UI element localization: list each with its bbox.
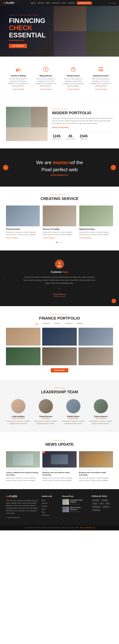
feature-1-link[interactable]: Continue Reading <box>12 88 24 90</box>
experience-number: 45 <box>66 134 75 138</box>
hero-domain: bootstrapmb.com <box>9 40 46 42</box>
tag-creative[interactable]: CREATIVE <box>92 509 100 511</box>
feature-2-link[interactable]: Continue Reading <box>40 88 52 90</box>
hero-cta-button[interactable]: GET STARTED <box>9 44 27 48</box>
portfolio-content: FINANCE NAME INSIDER PORTFOLIO Lorem ips… <box>52 108 113 140</box>
dot-1[interactable] <box>56 242 57 243</box>
twitter-icon[interactable]: t <box>110 2 110 4</box>
service-1-image <box>6 206 40 226</box>
footer-bottom: © 2016 BOOTSTRAPMB.COM ALL RIGHT RESERVE… <box>0 525 119 530</box>
answer-questions-link[interactable]: Answer All Questions <box>52 126 69 128</box>
nav-service[interactable]: SERVICE <box>38 2 44 4</box>
testimonial-prev[interactable]: ‹ <box>3 277 4 280</box>
google-icon[interactable]: g+ <box>114 2 116 4</box>
masters-line2: of the <box>71 160 83 165</box>
service-2-desc: Doing work for someone, a system supplyi… <box>43 231 76 236</box>
footer-link-services[interactable]: Services <box>42 502 59 504</box>
footer-post-1[interactable]: Creating Revamp Platform March 15, 2016 <box>62 499 88 505</box>
svg-rect-10 <box>101 69 102 71</box>
hero-label: FINANCE CONSULTING FIRMS <box>9 14 46 16</box>
footer-tags-title: POPULAR TAGS <box>92 495 113 497</box>
tag-agency[interactable]: AGENCY <box>102 506 110 508</box>
feature-2-desc: There are many variations of passages of… <box>35 78 56 87</box>
news-2-image: ▶ <box>42 451 76 468</box>
nav-cta-button[interactable]: CONNECT NOW <box>77 2 92 4</box>
tag-branding[interactable]: BRANDING <box>92 506 101 508</box>
svg-rect-3 <box>20 68 21 72</box>
news-title: NEWS UPDATE <box>6 442 113 447</box>
member-2-name: Tomas Ruccaro <box>34 416 58 418</box>
masters-section: ‹ We are mastersof the Pixel perfect web… <box>0 148 119 186</box>
prev-arrow[interactable]: ‹ <box>3 165 8 170</box>
svg-rect-0 <box>16 69 17 72</box>
member-2-avatar <box>38 399 53 414</box>
nav-about[interactable]: ABOUT <box>31 2 36 4</box>
member-1-name: Linda Hamilton <box>6 416 30 418</box>
footer-link-contact[interactable]: Contact Us <box>42 514 59 516</box>
team-member-4: Frank Anderson Lead Consultant Doing wor… <box>88 399 113 425</box>
filter-finance[interactable]: FINANCE <box>53 322 62 325</box>
nav-logo[interactable]: UnFLUEN <box>3 2 14 4</box>
show-more-button[interactable]: SHOW MORE <box>51 368 68 372</box>
portfolio-item-2[interactable] <box>42 328 77 346</box>
filter-all[interactable]: ALL <box>34 322 40 325</box>
footer-link-about[interactable]: About <box>42 499 59 501</box>
footer-post-2[interactable]: What The Typo Business? March 15, 2016 <box>62 506 88 512</box>
service-3-image <box>79 206 113 226</box>
team-member-1: Linda Hamilton Finance Consultant Doing … <box>6 399 30 425</box>
service-3-link[interactable]: Continue Reading <box>79 237 91 239</box>
facebook-icon[interactable]: f <box>108 2 109 4</box>
news-2-comments: 08 <box>60 469 61 470</box>
portfolio-item-5[interactable] <box>42 348 77 365</box>
filter-strategy[interactable]: STRATEGY <box>64 322 74 325</box>
tag-cms[interactable]: CMS <box>99 502 104 505</box>
feature-3-link[interactable]: Continue Reading <box>67 88 79 90</box>
dot-3[interactable] <box>60 242 61 243</box>
service-2-link[interactable]: Continue Reading <box>43 237 54 239</box>
feature-4-desc: There are many variations of passages of… <box>90 78 112 87</box>
copyright-link[interactable]: BOOTSTRAPMB.COM <box>80 527 95 528</box>
filter-business[interactable]: BUSINESS <box>41 322 51 325</box>
nav-blog[interactable]: BLOG <box>62 2 66 4</box>
portfolio-stats: 1245 Trusted Clients 45 Year Experience … <box>52 132 113 140</box>
tag-design[interactable]: DESIGN <box>101 499 108 502</box>
tags-container: GRAPHIC DESIGN LOGO CMS SEO BRANDING AGE… <box>92 499 113 511</box>
svg-rect-2 <box>19 69 20 72</box>
linkedin-icon[interactable]: in <box>112 2 113 4</box>
footer-logo[interactable]: UnFLUEN <box>6 495 38 498</box>
nav-page[interactable]: PAGE <box>46 2 50 4</box>
nav-social-links: f t in g+ <box>108 2 116 4</box>
portfolio-item-1[interactable] <box>6 328 40 346</box>
footer-link-portfolio[interactable]: Portfolio <box>42 505 59 507</box>
portfolio-item-3[interactable] <box>78 328 113 346</box>
news-1-desc: Doing work for someone, a system supplyi… <box>6 477 40 482</box>
feature-card-2: $ Making Money There are many variations… <box>34 64 58 92</box>
product-icon <box>70 66 77 73</box>
tag-logo[interactable]: LOGO <box>92 502 98 505</box>
feature-4-link[interactable]: Continue Reading <box>95 88 107 90</box>
news-1-category: Ed Admin <box>6 469 12 470</box>
tag-graphic[interactable]: GRAPHIC <box>92 499 100 502</box>
footer-link-team[interactable]: Team <box>42 508 59 510</box>
hero-line2: Check <box>9 24 32 32</box>
testimonial-next[interactable]: › <box>115 277 116 280</box>
dot-4[interactable] <box>62 242 63 243</box>
experience-label: Year Experience <box>66 138 75 140</box>
portfolio-item-6[interactable] <box>78 348 113 365</box>
nav-portfolio[interactable]: PORTFOLIO <box>52 2 60 4</box>
portfolio-item-4[interactable] <box>6 348 40 365</box>
next-arrow[interactable]: › <box>111 165 116 170</box>
news-1-date: March 2016 <box>14 469 21 470</box>
news-2-title: Breaking news and analysis media technol… <box>42 472 76 476</box>
tag-seo[interactable]: SEO <box>105 502 110 505</box>
member-4-role: Lead Consultant <box>88 418 113 419</box>
service-1-desc: Doing work for someone, a system supplyi… <box>6 231 40 236</box>
filter-market[interactable]: MARKET <box>76 322 84 325</box>
footer-link-blog[interactable]: Blog <box>42 511 59 513</box>
footer-post-1-content: Creating Revamp Platform March 15, 2016 <box>70 499 88 505</box>
portfolio-image <box>6 107 48 141</box>
service-1-link[interactable]: Continue Reading <box>6 237 18 239</box>
dot-2[interactable] <box>58 242 59 243</box>
nav-contact[interactable]: CONTACT <box>68 2 75 4</box>
service-2-image <box>43 206 76 226</box>
